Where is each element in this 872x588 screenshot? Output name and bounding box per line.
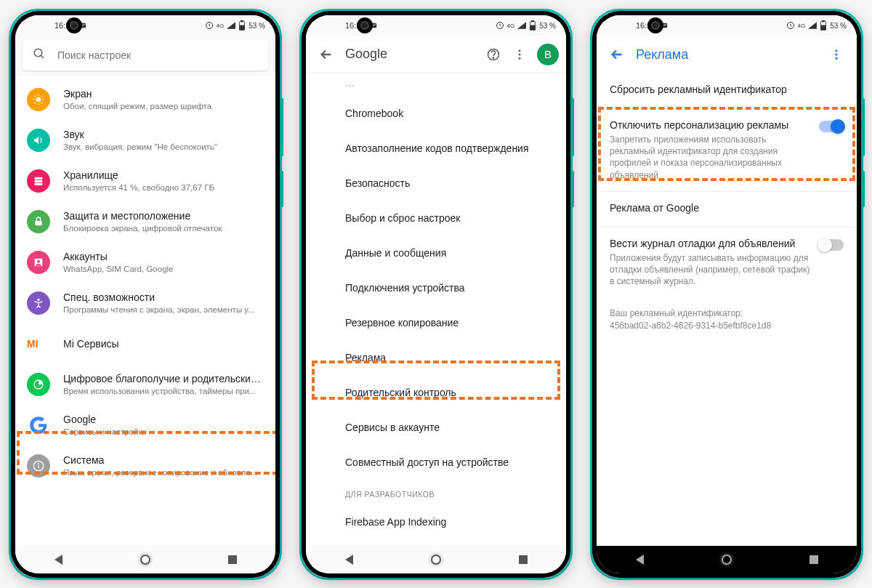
setting-display[interactable]: ЭкранОбои, спящий режим, размер шрифта [15, 79, 275, 120]
svg-rect-38 [821, 25, 826, 30]
svg-point-42 [836, 57, 838, 60]
nav-back[interactable] [636, 555, 644, 565]
svg-point-35 [519, 57, 521, 59]
google-list[interactable]: … Chromebook Автозаполнение кодов подтве… [306, 73, 566, 546]
list-item-reset[interactable]: Выбор и сброс настроек [306, 201, 566, 235]
list-item-connections[interactable]: Подключения устройства [306, 270, 566, 305]
svg-rect-39 [822, 20, 825, 22]
nav-recent[interactable] [228, 555, 237, 564]
search-input[interactable] [57, 49, 258, 61]
phone-frame-2: 16:27 4G 53 % Google [302, 11, 570, 578]
setting-wellbeing[interactable]: Цифровое благополучие и родительский кон… [15, 364, 275, 405]
avatar[interactable]: B [537, 44, 559, 65]
more-icon[interactable] [823, 48, 849, 61]
list-item[interactable]: … [306, 73, 566, 96]
svg-point-32 [493, 57, 493, 57]
more-icon[interactable] [506, 48, 533, 61]
wellbeing-icon [27, 373, 50, 396]
camera-cutout [357, 17, 373, 33]
debug-toggle[interactable] [819, 239, 844, 251]
setting-storage[interactable]: ХранилищеИспользуется 41 %, свободно 37,… [15, 161, 275, 201]
nav-home[interactable] [140, 555, 150, 565]
accessibility-icon [27, 291, 50, 315]
list-item-shared[interactable]: Совместный доступ на устройстве [306, 445, 566, 480]
row-opt-out-personalization[interactable]: Отключить персонализацию рекламы Запрети… [597, 108, 857, 191]
phone-frame-3: 16:27 4G 53 % Реклама [592, 11, 861, 578]
google-icon [27, 414, 50, 437]
network-icon: 4G [798, 23, 806, 29]
setting-accessibility[interactable]: Спец. возможностиПрограммы чтения с экра… [15, 283, 275, 323]
setting-mi-services[interactable]: MI Mi Сервисы [15, 323, 275, 364]
nav-back[interactable] [54, 555, 62, 565]
svg-point-6 [36, 97, 41, 102]
list-item-parental[interactable]: Родительский контроль [306, 375, 566, 410]
setting-security[interactable]: Защита и местоположениеБлокировка экрана… [15, 201, 275, 242]
list-item-ads[interactable]: Реклама [306, 340, 566, 375]
list-item-chromebook[interactable]: Chromebook [306, 96, 566, 131]
svg-point-40 [836, 49, 838, 52]
setting-accounts[interactable]: АккаунтыWhatsApp, SIM Card, Google [15, 242, 275, 283]
ads-content: Реклама Сбросить рекламный идентификатор… [597, 36, 857, 546]
settings-list[interactable]: ЭкранОбои, спящий режим, размер шрифта З… [15, 76, 275, 546]
network-icon: 4G [217, 23, 225, 29]
row-ads-by-google[interactable]: Реклама от Google [597, 191, 857, 227]
storage-icon [27, 169, 50, 193]
ad-id-info: Ваш рекламный идентификатор: 456bad02-a6… [597, 297, 857, 342]
svg-rect-26 [38, 465, 39, 468]
list-item-backup[interactable]: Резервное копирование [306, 305, 566, 340]
page-title: Реклама [636, 47, 688, 63]
nav-recent[interactable] [519, 555, 528, 564]
screen-2: 16:27 4G 53 % Google [306, 15, 566, 573]
network-icon: 4G [507, 23, 515, 29]
screen-3: 16:27 4G 53 % Реклама [597, 15, 857, 573]
lock-icon [27, 210, 50, 233]
mi-icon: MI [27, 338, 50, 350]
svg-rect-15 [35, 177, 43, 180]
svg-point-41 [836, 54, 838, 56]
back-button[interactable] [604, 47, 630, 63]
opt-out-toggle[interactable] [819, 121, 844, 132]
list-item-security[interactable]: Безопасность [306, 166, 566, 201]
list-item-data[interactable]: Данные и сообщения [306, 235, 566, 270]
svg-rect-2 [240, 25, 245, 30]
ads-list[interactable]: Сбросить рекламный идентификатор Отключи… [597, 73, 857, 546]
battery-pct: 53 % [830, 22, 847, 30]
svg-point-21 [37, 299, 39, 301]
status-bar: 16:27 4G 53 % [306, 15, 566, 36]
nav-back[interactable] [345, 555, 353, 565]
svg-rect-17 [35, 183, 43, 185]
status-bar: 16:27 4G 53 % [15, 15, 275, 36]
svg-rect-29 [530, 25, 536, 30]
nav-home[interactable] [722, 555, 732, 565]
svg-line-11 [35, 96, 36, 97]
camera-cutout [66, 17, 82, 33]
display-icon [27, 88, 50, 111]
setting-system[interactable]: СистемаЯзык, время, резервное копировани… [15, 446, 275, 486]
info-icon [27, 454, 50, 478]
svg-rect-3 [241, 20, 243, 22]
search-box[interactable] [23, 40, 268, 71]
header: Google B [306, 36, 566, 73]
nav-recent[interactable] [810, 555, 818, 564]
svg-line-5 [41, 55, 44, 58]
back-button[interactable] [313, 47, 339, 63]
svg-point-33 [519, 49, 521, 52]
svg-line-13 [35, 102, 36, 103]
row-debug-log[interactable]: Вести журнал отладки для объявлений Прил… [597, 227, 857, 298]
accounts-icon [27, 251, 50, 274]
list-item-account-services[interactable]: Сервисы в аккаунте [306, 410, 566, 445]
setting-google[interactable]: GoogleСервисы и настройки [15, 405, 275, 446]
search-icon [33, 47, 46, 63]
nav-home[interactable] [431, 555, 441, 565]
google-settings-content: Google B … Chromebook Автозаполнение код… [306, 36, 566, 546]
svg-rect-18 [35, 221, 41, 226]
navbar [306, 546, 566, 573]
svg-line-14 [41, 96, 42, 97]
setting-sound[interactable]: ЗвукЗвук, вибрация, режим "Не беспокоить… [15, 120, 275, 161]
list-item-autofill[interactable]: Автозаполнение кодов подтверждения [306, 131, 566, 166]
sound-icon [27, 129, 50, 152]
row-reset-ad-id[interactable]: Сбросить рекламный идентификатор [597, 73, 857, 108]
help-icon[interactable] [480, 47, 506, 62]
list-item-firebase[interactable]: Firebase App Indexing [306, 504, 566, 539]
settings-content: ЭкранОбои, спящий режим, размер шрифта З… [15, 36, 275, 546]
